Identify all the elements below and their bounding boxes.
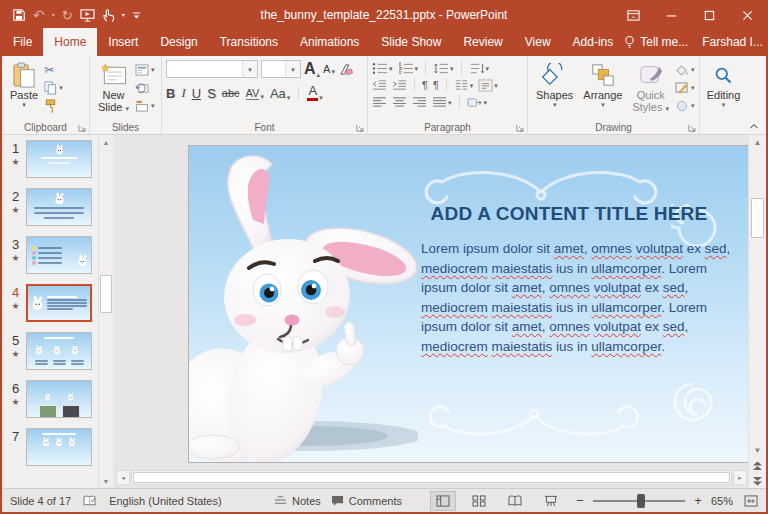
fit-slide-to-window-icon[interactable] <box>744 495 758 507</box>
text-direction-button[interactable]: ▾ <box>469 62 490 75</box>
thumbnail-preview[interactable] <box>26 188 92 226</box>
collapse-ribbon-icon[interactable] <box>749 122 759 129</box>
undo-icon[interactable]: ↶ <box>33 7 45 23</box>
font-size-combo[interactable]: ▾ <box>261 60 301 78</box>
grow-font-button[interactable]: A▴ <box>304 60 320 78</box>
reading-view-button[interactable] <box>502 491 528 511</box>
undo-dropdown-icon[interactable]: ▾ <box>52 12 55 19</box>
tab-transitions[interactable]: Transitions <box>209 28 289 56</box>
copy-button[interactable]: ▾ <box>44 80 63 95</box>
slide-canvas[interactable]: ADD A CONTENT TITLE HERE Lorem ipsum dol… <box>188 145 748 463</box>
new-slide-button[interactable]: New Slide ▾ <box>94 60 133 114</box>
thumbnail-preview[interactable] <box>26 332 92 370</box>
save-icon[interactable] <box>12 8 26 22</box>
thumbnail-preview[interactable] <box>26 380 92 418</box>
scroll-left-icon[interactable]: ◂ <box>116 470 130 485</box>
rtl-direction-button[interactable]: ¶ <box>422 79 428 91</box>
shapes-button[interactable]: Shapes ▾ <box>532 60 577 109</box>
font-name-combo[interactable]: ▾ <box>166 60 258 78</box>
thumbnail-scrollbar[interactable]: ▲ ▼ <box>98 135 113 488</box>
tab-review[interactable]: Review <box>452 28 513 56</box>
start-slideshow-icon[interactable] <box>80 8 95 22</box>
editing-button[interactable]: Editing ▾ <box>703 60 745 109</box>
convert-smartart-button[interactable]: ▾ <box>467 96 488 109</box>
quick-styles-button[interactable]: Quick Styles ▾ <box>628 60 673 114</box>
decrease-indent-button[interactable] <box>372 79 387 91</box>
justify-button[interactable]: ▾ <box>432 96 452 108</box>
thumbnail-preview[interactable] <box>26 284 92 322</box>
shape-fill-button[interactable]: ▾ <box>675 62 695 77</box>
bullets-button[interactable]: ▾ <box>372 62 393 75</box>
minimize-icon[interactable] <box>652 2 690 28</box>
ribbon-display-options-icon[interactable] <box>614 2 652 28</box>
slide-thumbnail-4[interactable]: 4★ <box>2 279 98 327</box>
slide-body-text[interactable]: Lorem ipsum dolor sit amet, omnes volutp… <box>421 239 739 356</box>
character-spacing-button[interactable]: AV▾ <box>246 87 264 100</box>
shrink-font-button[interactable]: A▾ <box>323 63 335 75</box>
account-name[interactable]: Farshad I... <box>702 35 763 49</box>
clear-formatting-icon[interactable] <box>338 63 353 76</box>
close-icon[interactable] <box>728 2 766 28</box>
format-painter-button[interactable] <box>44 98 63 113</box>
tab-animations[interactable]: Animations <box>289 28 370 56</box>
thumb-scroll-up-icon[interactable]: ▲ <box>99 135 113 149</box>
shape-effects-button[interactable]: ▾ <box>675 98 695 113</box>
language-indicator[interactable]: English (United States) <box>109 495 222 507</box>
slideshow-view-button[interactable] <box>538 491 564 511</box>
tab-slide-show[interactable]: Slide Show <box>370 28 452 56</box>
zoom-slider-thumb[interactable] <box>637 494 645 508</box>
slide-thumbnail-3[interactable]: 3★ <box>2 231 98 279</box>
slide-content-title[interactable]: ADD A CONTENT TITLE HERE <box>401 203 737 225</box>
touch-mode-dropdown-icon[interactable]: ▾ <box>122 12 125 19</box>
align-text-button[interactable]: ▾ <box>478 79 498 92</box>
zoom-level[interactable]: 65% <box>711 495 733 507</box>
redo-icon[interactable]: ↻ <box>62 8 73 23</box>
vertical-scrollbar-thumb[interactable] <box>751 198 764 238</box>
slide-thumbnail-5[interactable]: 5★ <box>2 327 98 375</box>
arrange-button[interactable]: Arrange ▾ <box>579 60 626 109</box>
line-spacing-button[interactable]: ▾ <box>433 62 454 75</box>
italic-button[interactable]: I <box>181 85 185 101</box>
align-right-button[interactable] <box>412 96 427 108</box>
slide-sorter-view-button[interactable] <box>466 491 492 511</box>
paste-button[interactable]: Paste ▾ <box>6 60 42 109</box>
clipboard-dialog-launcher-icon[interactable] <box>78 124 86 132</box>
align-left-button[interactable] <box>372 96 387 108</box>
scroll-up-icon[interactable]: ▲ <box>749 135 766 150</box>
layout-button[interactable]: ▾ <box>135 62 155 77</box>
tab-home[interactable]: Home <box>43 28 97 56</box>
thumbnail-preview[interactable] <box>26 428 92 466</box>
bold-button[interactable]: B <box>166 86 175 101</box>
paragraph-dialog-launcher-icon[interactable] <box>516 124 524 132</box>
maximize-icon[interactable] <box>690 2 728 28</box>
normal-view-button[interactable] <box>430 491 456 511</box>
thumbnail-preview[interactable] <box>26 236 92 274</box>
scroll-right-icon[interactable]: ▸ <box>733 470 747 485</box>
slide-thumbnail-2[interactable]: 2★ <box>2 183 98 231</box>
columns-button[interactable]: ▾ <box>454 79 474 91</box>
comments-button[interactable]: Comments <box>331 495 402 507</box>
previous-slide-icon[interactable] <box>749 458 766 473</box>
section-button[interactable]: ▾ <box>135 98 155 113</box>
scroll-down-icon[interactable]: ▼ <box>749 443 766 458</box>
tab-view[interactable]: View <box>514 28 562 56</box>
slide-thumbnail-1[interactable]: 1★ <box>2 135 98 183</box>
cut-button[interactable]: ✂ <box>44 62 63 77</box>
change-case-button[interactable]: Aa▾ <box>270 86 290 101</box>
ltr-direction-button[interactable]: ¶ <box>433 79 439 91</box>
slide-thumbnail-6[interactable]: 6★ <box>2 375 98 423</box>
horizontal-scrollbar[interactable]: ◂ ▸ <box>116 470 747 485</box>
tab-insert[interactable]: Insert <box>97 28 149 56</box>
tab-add-ins[interactable]: Add-ins <box>562 28 625 56</box>
zoom-out-button[interactable]: − <box>574 493 586 508</box>
underline-button[interactable]: U <box>192 86 201 101</box>
zoom-in-button[interactable]: + <box>692 493 704 508</box>
tell-me-box[interactable]: Tell me... <box>624 35 688 49</box>
shape-outline-button[interactable]: ▾ <box>675 80 695 95</box>
thumb-scroll-down-icon[interactable]: ▼ <box>99 474 113 488</box>
spell-check-icon[interactable] <box>83 495 97 507</box>
slide-thumbnail-7[interactable]: 7 <box>2 423 98 471</box>
font-color-button[interactable]: A▾ <box>307 85 323 101</box>
zoom-slider[interactable] <box>593 500 685 502</box>
reset-button[interactable] <box>135 80 155 95</box>
